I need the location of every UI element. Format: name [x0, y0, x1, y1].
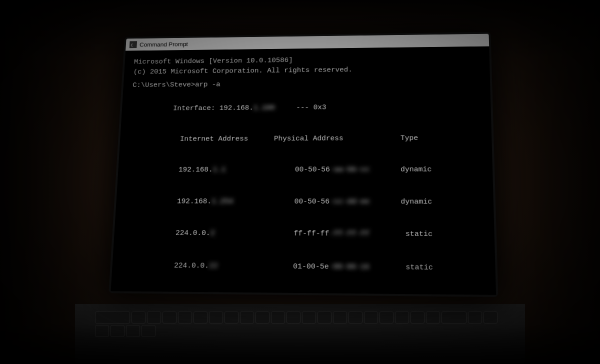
key	[256, 312, 270, 324]
key	[302, 312, 316, 324]
arp-row-3: 224.0.0.22 01-00-5e-00-00-16 static	[121, 250, 486, 285]
ip-blur-3: 22	[209, 260, 240, 272]
key	[348, 312, 362, 324]
screen-border: C Command Prompt Microsoft Windows [Vers…	[108, 32, 498, 297]
col-header-ip: Internet Address	[172, 134, 274, 142]
key	[162, 312, 176, 324]
ip-blur-4: 251	[208, 294, 239, 295]
key	[209, 312, 223, 324]
mac-blur-0: -aa-bb-cc	[330, 165, 370, 176]
key	[132, 312, 146, 324]
key	[318, 312, 332, 324]
key	[178, 312, 192, 324]
arp-row-0: 192.168.1.1 00-50-56-aa-bb-cc dynamic	[126, 154, 483, 186]
key	[468, 312, 482, 324]
key	[286, 312, 300, 324]
laptop-screen: C Command Prompt Microsoft Windows [Vers…	[108, 32, 498, 297]
cmd-window[interactable]: Microsoft Windows [Version 10.0.10586] (…	[110, 46, 496, 295]
ip-blur-2: 2	[210, 228, 241, 240]
mac-blur-3: -00-00-16	[329, 262, 370, 273]
mac-blur-2: -ff-ff-ff	[329, 229, 370, 240]
key	[380, 312, 394, 324]
window-title: Command Prompt	[140, 40, 188, 48]
key	[426, 312, 440, 324]
mac-blur-1: -cc-dd-ee	[330, 196, 370, 208]
arp-row-1: 192.168.1.254 00-50-56-cc-dd-ee dynamic	[125, 186, 484, 218]
key	[364, 312, 378, 324]
col-header-physical: Physical Address	[274, 134, 400, 142]
key	[147, 312, 161, 324]
col-headers: Internet Address Physical Address Type	[128, 122, 482, 155]
key	[410, 312, 424, 324]
key	[240, 312, 254, 324]
key	[442, 312, 466, 324]
svg-text:C: C	[131, 43, 134, 47]
interface-suffix: --- 0x3	[296, 104, 326, 112]
key	[126, 325, 140, 337]
key	[395, 312, 409, 324]
key	[224, 312, 238, 324]
interface-blurred: 1.100	[253, 103, 292, 114]
laptop-keyboard	[75, 304, 525, 364]
ip-blur-1: 1.254	[212, 196, 242, 207]
arp-row-2: 224.0.0.2 ff-ff-ff-ff-ff-ff static	[123, 218, 485, 252]
key	[95, 325, 109, 337]
key	[194, 312, 208, 324]
key	[271, 312, 285, 324]
scene: C Command Prompt Microsoft Windows [Vers…	[0, 0, 600, 364]
key	[142, 325, 156, 337]
interface-line: Interface: 192.168.1.100 --- 0x3	[130, 92, 482, 124]
col-header-type: Type	[400, 134, 418, 142]
ip-blur-0: 1.1	[212, 165, 243, 176]
key	[95, 312, 130, 324]
key	[110, 325, 124, 337]
key	[484, 312, 498, 324]
key	[333, 312, 347, 324]
cmd-icon: C	[130, 41, 137, 48]
interface-prefix: Interface: 192.168.	[173, 104, 254, 112]
